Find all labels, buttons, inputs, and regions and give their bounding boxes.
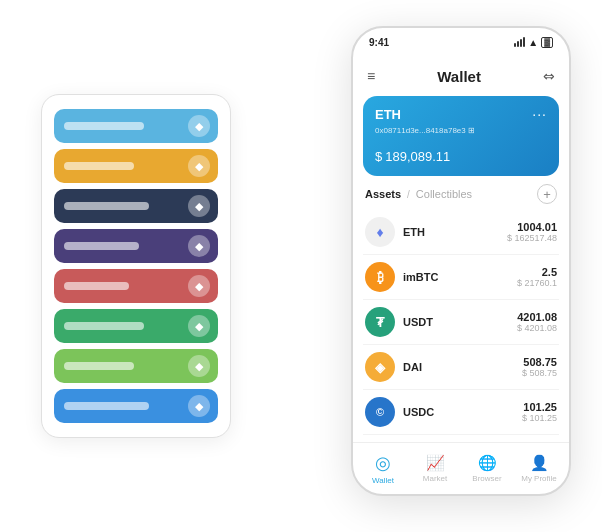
wifi-icon: ▲ [528,37,538,48]
imbtc-symbol: imBTC [403,271,517,283]
card-item-8[interactable]: ◆ [54,389,218,423]
eth-card-balance: $189,089.11 [375,143,547,166]
phone-header: ≡ Wallet ⇔ [353,56,569,96]
card-icon-6: ◆ [188,315,210,337]
signal-icon [514,37,525,47]
eth-symbol: ETH [403,226,507,238]
eth-card-address: 0x08711d3e...8418a78e3 ⊞ [375,126,547,135]
card-stack: ◆ ◆ ◆ ◆ ◆ ◆ ◆ ◆ [41,94,231,438]
card-icon-8: ◆ [188,395,210,417]
menu-icon[interactable]: ≡ [367,68,375,84]
card-item-3[interactable]: ◆ [54,189,218,223]
tab-collectibles[interactable]: Collectibles [416,188,472,200]
profile-nav-label: My Profile [521,474,557,483]
balance-value: 189,089.11 [385,149,450,164]
market-nav-icon: 📈 [426,454,445,472]
asset-row-dai[interactable]: ◈ DAI 508.75 $ 508.75 [363,345,559,390]
usdt-info: USDT [403,316,517,328]
dai-symbol: DAI [403,361,522,373]
bottom-nav: ◎ Wallet 📈 Market 🌐 Browser 👤 My Profile [353,442,569,494]
usdc-values: 101.25 $ 101.25 [522,401,557,423]
eth-amount: 1004.01 [507,221,557,233]
card-item-1[interactable]: ◆ [54,109,218,143]
card-text-4 [64,242,139,250]
usdt-usd: $ 4201.08 [517,323,557,333]
phone: 9:41 ▲ ▓ ≡ Wallet ⇔ ETH ··· [351,26,571,496]
dai-usd: $ 508.75 [522,368,557,378]
asset-row-usdt[interactable]: ₮ USDT 4201.08 $ 4201.08 [363,300,559,345]
usdt-values: 4201.08 $ 4201.08 [517,311,557,333]
asset-row-eth[interactable]: ♦ ETH 1004.01 $ 162517.48 [363,210,559,255]
asset-row-imbtc[interactable]: ₿ imBTC 2.5 $ 21760.1 [363,255,559,300]
scene: ◆ ◆ ◆ ◆ ◆ ◆ ◆ ◆ [21,16,581,516]
eth-logo: ♦ [365,217,395,247]
usdc-symbol: USDC [403,406,522,418]
assets-tabs: Assets / Collectibles [365,188,472,200]
profile-nav-icon: 👤 [530,454,549,472]
balance-currency: $ [375,149,382,164]
card-text-3 [64,202,149,210]
wallet-nav-label: Wallet [372,476,394,485]
dai-values: 508.75 $ 508.75 [522,356,557,378]
tab-assets[interactable]: Assets [365,188,401,200]
browser-nav-icon: 🌐 [478,454,497,472]
nav-profile[interactable]: 👤 My Profile [513,454,565,483]
nav-market[interactable]: 📈 Market [409,454,461,483]
card-text-6 [64,322,144,330]
wallet-nav-icon: ◎ [375,452,391,474]
eth-values: 1004.01 $ 162517.48 [507,221,557,243]
card-icon-7: ◆ [188,355,210,377]
usdt-amount: 4201.08 [517,311,557,323]
imbtc-values: 2.5 $ 21760.1 [517,266,557,288]
card-text-8 [64,402,149,410]
assets-header: Assets / Collectibles + [353,184,569,210]
card-text-2 [64,162,134,170]
eth-card-name: ETH [375,107,401,122]
page-title: Wallet [437,68,481,85]
eth-card-menu[interactable]: ··· [532,106,547,122]
card-icon-3: ◆ [188,195,210,217]
market-nav-label: Market [423,474,447,483]
nav-browser[interactable]: 🌐 Browser [461,454,513,483]
card-icon-1: ◆ [188,115,210,137]
dai-logo: ◈ [365,352,395,382]
usdt-symbol: USDT [403,316,517,328]
usdc-amount: 101.25 [522,401,557,413]
status-time: 9:41 [369,37,389,48]
card-item-2[interactable]: ◆ [54,149,218,183]
card-icon-2: ◆ [188,155,210,177]
card-icon-4: ◆ [188,235,210,257]
expand-icon[interactable]: ⇔ [543,68,555,84]
card-text-7 [64,362,134,370]
status-right: ▲ ▓ [514,37,553,48]
card-icon-5: ◆ [188,275,210,297]
imbtc-info: imBTC [403,271,517,283]
usdc-logo: © [365,397,395,427]
browser-nav-label: Browser [472,474,501,483]
card-text-1 [64,122,144,130]
battery-icon: ▓ [541,37,553,48]
usdc-info: USDC [403,406,522,418]
card-item-4[interactable]: ◆ [54,229,218,263]
asset-row-tft[interactable]: 🌿 TFT 13 0 [363,435,559,442]
card-item-5[interactable]: ◆ [54,269,218,303]
imbtc-usd: $ 21760.1 [517,278,557,288]
asset-list: ♦ ETH 1004.01 $ 162517.48 ₿ imBTC 2.5 $ … [353,210,569,442]
eth-card-header: ETH ··· [375,106,547,122]
eth-card[interactable]: ETH ··· 0x08711d3e...8418a78e3 ⊞ $189,08… [363,96,559,176]
dai-info: DAI [403,361,522,373]
card-item-7[interactable]: ◆ [54,349,218,383]
card-text-5 [64,282,129,290]
dai-amount: 508.75 [522,356,557,368]
usdc-usd: $ 101.25 [522,413,557,423]
eth-usd: $ 162517.48 [507,233,557,243]
nav-wallet[interactable]: ◎ Wallet [357,452,409,485]
card-item-6[interactable]: ◆ [54,309,218,343]
imbtc-amount: 2.5 [517,266,557,278]
asset-row-usdc[interactable]: © USDC 101.25 $ 101.25 [363,390,559,435]
imbtc-logo: ₿ [365,262,395,292]
add-asset-button[interactable]: + [537,184,557,204]
usdt-logo: ₮ [365,307,395,337]
eth-info: ETH [403,226,507,238]
tab-separator: / [407,189,410,200]
